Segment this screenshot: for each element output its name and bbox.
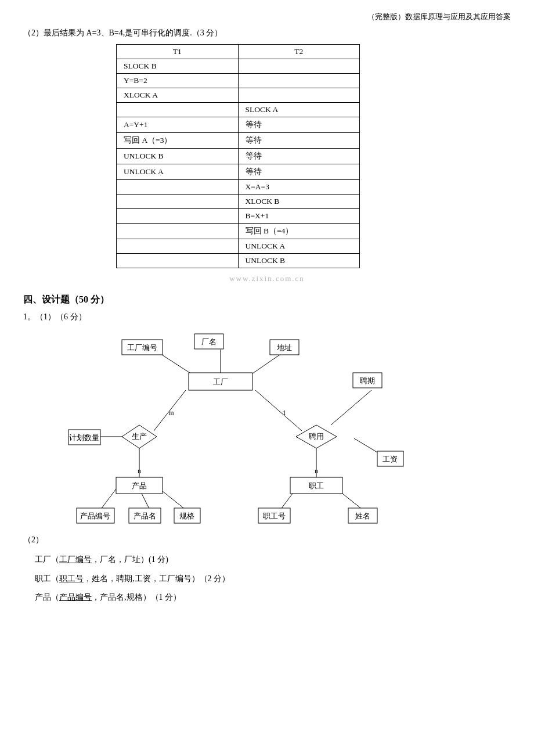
table-cell-r1-c1: [238, 74, 360, 88]
table-cell-r2-c0: XLOCK A: [117, 88, 239, 103]
table-row: X=A=3: [117, 180, 360, 195]
table-cell-r11-c1: 写回 B（=4）: [238, 224, 360, 239]
table-cell-r8-c0: [117, 180, 239, 195]
table-row: UNLOCK A: [117, 239, 360, 254]
table-cell-r0-c0: SLOCK B: [117, 59, 239, 74]
table-cell-r12-c1: UNLOCK A: [238, 239, 360, 254]
col-header-t2: T2: [238, 45, 360, 59]
table-cell-r9-c0: [117, 195, 239, 209]
table-row: UNLOCK B等待: [117, 149, 360, 164]
svg-text:厂名: 厂名: [201, 337, 217, 346]
table-cell-r11-c0: [117, 224, 239, 239]
svg-text:工厂: 工厂: [213, 377, 228, 386]
table-cell-r10-c1: B=X+1: [238, 209, 360, 224]
svg-text:1: 1: [283, 409, 286, 417]
svg-text:工资: 工资: [383, 455, 398, 463]
table-cell-r13-c1: UNLOCK B: [238, 254, 360, 268]
table-cell-r12-c0: [117, 239, 239, 254]
table-cell-r2-c1: [238, 88, 360, 103]
table-cell-r6-c0: UNLOCK B: [117, 149, 239, 164]
lock-schedule-table: T1 T2 SLOCK BY=B=2XLOCK ASLOCK AA=Y+1等待写…: [116, 44, 360, 268]
svg-line-4: [255, 390, 302, 431]
svg-text:地址: 地址: [276, 343, 292, 352]
schema-product: 产品（产品编号，产品名,规格）（1 分）: [35, 590, 511, 606]
svg-text:姓名: 姓名: [355, 512, 370, 520]
table-cell-r5-c1: 等待: [238, 133, 360, 149]
svg-text:产品名: 产品名: [134, 512, 156, 520]
header-title: （完整版）数据库原理与应用及其应用答案: [367, 12, 511, 21]
table-cell-r4-c1: 等待: [238, 117, 360, 133]
svg-text:n: n: [138, 467, 141, 475]
problem1-title: 1。（1）（6 分）: [23, 312, 511, 322]
table-row: XLOCK A: [117, 88, 360, 103]
table-row: 写回 B（=4）: [117, 224, 360, 239]
table-row: A=Y+1等待: [117, 117, 360, 133]
table-row: SLOCK B: [117, 59, 360, 74]
table-cell-r3-c0: [117, 103, 239, 117]
svg-text:职工: 职工: [309, 481, 324, 490]
table-cell-r5-c0: 写回 A（=3）: [117, 133, 239, 149]
svg-text:产品: 产品: [132, 481, 147, 490]
svg-line-11: [354, 438, 380, 454]
svg-text:工厂编号: 工厂编号: [127, 343, 157, 352]
svg-text:聘用: 聘用: [309, 432, 324, 441]
table-cell-r7-c1: 等待: [238, 164, 360, 180]
table-row: SLOCK A: [117, 103, 360, 117]
table-cell-r7-c0: UNLOCK A: [117, 164, 239, 180]
table-cell-r9-c1: XLOCK B: [238, 195, 360, 209]
er-svg: 工厂 工厂编号 厂名 地址 生产 m n 计划数量 产品 产品编号 产品名 规格…: [64, 329, 470, 527]
svg-text:聘期: 聘期: [360, 376, 375, 385]
section4-title: 四、设计题（50 分）: [23, 294, 511, 306]
table-row: Y=B=2: [117, 74, 360, 88]
table-cell-r8-c1: X=A=3: [238, 180, 360, 195]
underline-product-key: 产品编号: [59, 593, 92, 602]
svg-text:职工号: 职工号: [263, 512, 286, 520]
svg-line-10: [331, 390, 371, 425]
table-cell-r4-c0: A=Y+1: [117, 117, 239, 133]
table-cell-r13-c0: [117, 254, 239, 268]
table-row: UNLOCK A等待: [117, 164, 360, 180]
watermark: www.zixin.com.cn: [23, 274, 511, 283]
svg-text:规格: 规格: [179, 512, 194, 520]
page-header: （完整版）数据库原理与应用及其应用答案: [23, 12, 511, 22]
svg-text:计划数量: 计划数量: [69, 433, 99, 442]
table-row: XLOCK B: [117, 195, 360, 209]
schema-employee: 职工（职工号，姓名，聘期,工资，工厂编号）（2 分）: [35, 571, 511, 587]
underline-employee-key: 职工号: [59, 574, 84, 583]
table-row: 写回 A（=3）等待: [117, 133, 360, 149]
table-cell-r0-c1: [238, 59, 360, 74]
problem1-part2-title: （2）: [23, 535, 511, 545]
table-row: UNLOCK B: [117, 254, 360, 268]
section2-intro: （2）最后结果为 A=3、B=4,是可串行化的调度.（3 分）: [23, 28, 511, 38]
underline-factory-key: 工厂编号: [59, 555, 92, 564]
svg-text:m: m: [168, 409, 174, 417]
table-cell-r3-c1: SLOCK A: [238, 103, 360, 117]
schema-factory: 工厂（工厂编号，厂名，厂址）(1 分): [35, 552, 511, 568]
col-header-t1: T1: [117, 45, 239, 59]
table-cell-r1-c0: Y=B=2: [117, 74, 239, 88]
table-cell-r6-c1: 等待: [238, 149, 360, 164]
svg-text:产品编号: 产品编号: [80, 512, 110, 520]
table-cell-r10-c0: [117, 209, 239, 224]
svg-text:n: n: [315, 467, 318, 475]
table-row: B=X+1: [117, 209, 360, 224]
er-diagram: 工厂 工厂编号 厂名 地址 生产 m n 计划数量 产品 产品编号 产品名 规格…: [64, 329, 470, 529]
svg-text:生产: 生产: [132, 432, 147, 441]
